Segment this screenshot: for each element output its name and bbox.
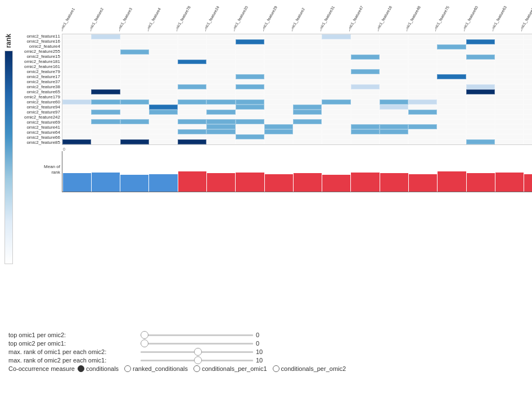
- bottom-bar: [467, 173, 495, 192]
- heatmap-cell: [322, 129, 350, 134]
- radio-circle[interactable]: [78, 365, 84, 372]
- heatmap-cell: [524, 89, 532, 94]
- radio-option-ranked_conditionals[interactable]: ranked_conditionals: [124, 365, 188, 372]
- heatmap-cell: [495, 49, 524, 55]
- heatmap-cell: [524, 69, 532, 74]
- slider3-thumb[interactable]: [194, 348, 202, 356]
- heatmap-cell: [437, 34, 466, 39]
- heatmap-cell: [236, 134, 264, 139]
- heatmap-cell: [264, 115, 293, 120]
- control-row-2: top omic2 per omic1: 0: [8, 340, 524, 347]
- heatmap-cell: [236, 44, 264, 49]
- heatmap-cell: [380, 139, 408, 144]
- heatmap-cell: [293, 89, 322, 94]
- radio-option-conditionals_per_omic2[interactable]: conditionals_per_omic2: [273, 365, 346, 372]
- heatmap-cell: [351, 139, 380, 144]
- slider2-thumb[interactable]: [141, 339, 148, 347]
- slider1[interactable]: [141, 334, 253, 336]
- heatmap-cell: [322, 49, 350, 55]
- radio-option-conditionals[interactable]: conditionals: [78, 365, 119, 372]
- bottom-bar: [351, 173, 379, 192]
- heatmap-cell: [322, 60, 350, 65]
- heatmap-cell: [495, 99, 524, 105]
- heatmap-cell: [380, 84, 408, 89]
- heatmap-cell: [351, 44, 380, 49]
- heatmap-cell: [351, 69, 380, 74]
- heatmap-cell: [495, 129, 524, 134]
- heatmap-cell: [380, 34, 408, 39]
- bottom-axis-title: Mean ofrank: [44, 164, 60, 175]
- heatmap-cell: [466, 139, 495, 144]
- heatmap-cell: [62, 34, 91, 39]
- heatmap-cell: [380, 74, 408, 79]
- heatmap-cell: [380, 119, 408, 124]
- heatmap-cell: [120, 110, 149, 115]
- heatmap-cell: [206, 89, 235, 94]
- col-header: omic1_feature2: [292, 3, 321, 34]
- heatmap-cell: [236, 79, 264, 84]
- heatmap-cell: [264, 94, 293, 99]
- heatmap-cell: [408, 119, 437, 124]
- radio-circle[interactable]: [193, 365, 200, 372]
- heatmap-row: [62, 60, 532, 65]
- heatmap-cell: [178, 89, 206, 94]
- slider4-thumb[interactable]: [194, 356, 202, 364]
- heatmap-cell: [380, 99, 408, 105]
- heatmap-cell: [524, 34, 532, 39]
- row-label: omic2_feature16: [14, 39, 62, 44]
- heatmap-cell: [351, 79, 380, 84]
- radio-option-conditionals_per_omic1[interactable]: conditionals_per_omic1: [193, 365, 267, 372]
- radio-circle[interactable]: [124, 365, 131, 372]
- heatmap-cell: [524, 64, 532, 69]
- col-header: omic1_feature60: [464, 3, 493, 34]
- heatmap-cell: [236, 105, 264, 110]
- slider1-thumb[interactable]: [141, 331, 148, 339]
- heatmap-cell: [466, 44, 495, 49]
- col-header: omic1_feature20: [234, 3, 263, 34]
- heatmap-cell: [236, 84, 264, 89]
- heatmap-cell: [380, 89, 408, 94]
- col-header: omic1_feature18: [378, 3, 407, 34]
- heatmap-cell: [322, 79, 350, 84]
- heatmap-cell: [495, 134, 524, 139]
- heatmap-cell: [408, 134, 437, 139]
- heatmap-cell: [322, 134, 350, 139]
- heatmap-cell: [120, 99, 149, 105]
- heatmap-cell: [408, 64, 437, 69]
- bottom-bar: [438, 171, 466, 192]
- bottom-axis-0: 0: [63, 147, 65, 151]
- heatmap-cell: [437, 55, 466, 60]
- heatmap-row: [62, 124, 532, 129]
- heatmap-cell: [178, 99, 206, 105]
- heatmap-cell: [408, 49, 437, 55]
- heatmap-cell: [437, 110, 466, 115]
- slider2-value: 0: [256, 340, 267, 347]
- heatmap-cell: [351, 64, 380, 69]
- main-container: rank omic1_feature1omic1_feature2omic1_f…: [0, 0, 532, 417]
- heatmap-cell: [62, 99, 91, 105]
- row-label: omic2_feature97: [14, 110, 62, 115]
- bottom-barchart: Mean ofrank 0 2: [14, 147, 532, 192]
- heatmap-cell: [178, 34, 206, 39]
- heatmap-cell: [351, 99, 380, 105]
- heatmap-cell: [408, 34, 437, 39]
- slider3-label: max. rank of omic1 per each omic2:: [8, 348, 138, 355]
- heatmap-cell: [149, 115, 178, 120]
- heatmap-cell: [178, 115, 206, 120]
- controls-section: top omic1 per omic2: 0 top omic2 per omi…: [3, 329, 529, 377]
- heatmap-cell: [236, 55, 264, 60]
- heatmap-cell: [206, 79, 235, 84]
- slider2[interactable]: [141, 343, 253, 345]
- heatmap-cell: [120, 124, 149, 129]
- heatmap-cell: [437, 84, 466, 89]
- heatmap-cell: [466, 34, 495, 39]
- heatmap-cell: [293, 115, 322, 120]
- heatmap-cell: [322, 84, 350, 89]
- heatmap-cell: [408, 105, 437, 110]
- radio-circle[interactable]: [273, 365, 279, 372]
- slider4[interactable]: [141, 360, 253, 361]
- heatmap-cell: [264, 69, 293, 74]
- heatmap-cell: [351, 60, 380, 65]
- heatmap-cell: [120, 115, 149, 120]
- slider3[interactable]: [141, 351, 253, 353]
